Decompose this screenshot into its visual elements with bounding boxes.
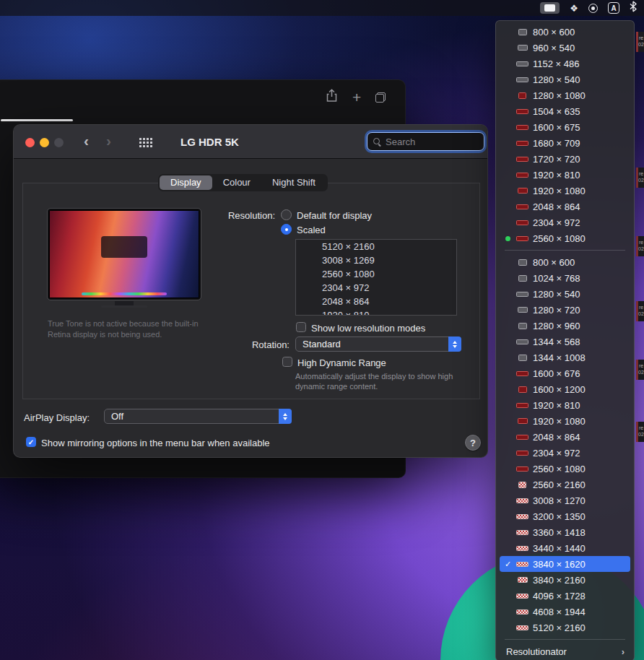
mirroring-checkbox[interactable] — [26, 437, 36, 447]
current-resolution-dot — [502, 236, 513, 241]
forward-button[interactable] — [106, 131, 111, 150]
radio-default-for-display[interactable] — [281, 209, 292, 220]
menu-item-label: 1680 × 709 — [533, 138, 580, 149]
menu-item-800×600[interactable]: 800 × 600 — [500, 254, 630, 270]
menu-item-2048×864[interactable]: 2048 × 864 — [500, 199, 630, 214]
menu-item-resolutionator[interactable]: Resolutionator — [500, 643, 630, 659]
help-button[interactable]: ? — [465, 435, 481, 451]
tab-colour[interactable]: Colour — [212, 175, 261, 190]
menu-item-3840×2160[interactable]: 3840 × 2160 — [500, 572, 630, 588]
menu-item-label: 2048 × 864 — [533, 201, 580, 212]
scaled-resolution-option[interactable]: 3008 × 1269 — [296, 253, 456, 267]
menu-item-1280×540[interactable]: 1280 × 540 — [500, 286, 630, 302]
menu-item-4608×1944[interactable]: 4608 × 1944 — [500, 604, 630, 620]
menu-item-3200×1350[interactable]: 3200 × 1350 — [500, 508, 630, 524]
menu-item-1920×810[interactable]: 1920 × 810 — [500, 397, 630, 413]
menu-item-1600×675[interactable]: 1600 × 675 — [500, 119, 630, 135]
menu-item-label: 1920 × 810 — [533, 400, 580, 411]
aspect-ratio-icon — [513, 451, 531, 456]
menu-item-4096×1728[interactable]: 4096 × 1728 — [500, 588, 630, 604]
menu-item-2304×972[interactable]: 2304 × 972 — [500, 445, 630, 461]
minimize-button[interactable] — [40, 138, 49, 147]
menu-item-800×600[interactable]: 800 × 600 — [500, 24, 630, 40]
radio-scaled-label[interactable]: Scaled — [297, 225, 326, 235]
input-source-icon[interactable]: A — [608, 2, 619, 14]
menu-item-1024×768[interactable]: 1024 × 768 — [500, 270, 630, 286]
menu-item-1720×720[interactable]: 1720 × 720 — [500, 151, 630, 167]
tab-bar: DisplayColourNight Shift — [158, 174, 328, 191]
menu-item-960×540[interactable]: 960 × 540 — [500, 40, 630, 56]
background-window-edge: re02 — [636, 422, 644, 442]
eye-icon[interactable] — [588, 4, 598, 13]
menu-item-label: 2560 × 2160 — [533, 479, 586, 490]
scaled-resolution-option[interactable]: 5120 × 2160 — [296, 240, 456, 253]
add-tab-icon[interactable] — [352, 90, 361, 105]
menu-item-label: 1600 × 1200 — [533, 384, 586, 395]
menu-item-1920×810[interactable]: 1920 × 810 — [500, 167, 630, 183]
menu-item-1680×709[interactable]: 1680 × 709 — [500, 135, 630, 151]
scaled-resolution-option[interactable]: 2048 × 864 — [296, 295, 456, 308]
menu-item-3008×1270[interactable]: 3008 × 1270 — [500, 492, 630, 508]
aspect-ratio-icon — [513, 466, 531, 472]
background-window-edge: re02 — [636, 301, 644, 321]
hdr-checkbox[interactable] — [282, 357, 292, 367]
menu-item-label: 1280 × 1080 — [533, 90, 586, 101]
menu-item-2560×2160[interactable]: 2560 × 2160 — [500, 477, 630, 492]
airplay-dropdown[interactable]: Off — [104, 409, 292, 424]
menu-item-3440×1440[interactable]: 3440 × 1440 — [500, 540, 630, 556]
menu-item-1920×1080[interactable]: 1920 × 1080 — [500, 183, 630, 199]
aspect-ratio-icon — [513, 29, 531, 35]
menu-item-label: 1920 × 1080 — [533, 186, 586, 196]
show-all-grid-icon[interactable] — [139, 137, 152, 147]
aspect-ratio-icon — [513, 482, 531, 488]
menu-item-1920×1080[interactable]: 1920 × 1080 — [500, 413, 630, 429]
menu-item-3840×1620[interactable]: ✓3840 × 1620 — [500, 556, 630, 572]
show-low-res-checkbox[interactable] — [296, 322, 306, 332]
aspect-ratio-icon — [513, 546, 531, 551]
tab-display[interactable]: Display — [160, 175, 212, 190]
close-button[interactable] — [25, 138, 35, 147]
menu-item-1152×486[interactable]: 1152 × 486 — [500, 56, 630, 71]
airplay-value: Off — [105, 411, 279, 422]
search-field[interactable]: Search — [367, 132, 484, 151]
menu-item-2304×972[interactable]: 2304 × 972 — [500, 214, 630, 230]
show-tabs-icon[interactable] — [375, 92, 386, 103]
menu-item-1504×635[interactable]: 1504 × 635 — [500, 103, 630, 119]
dropbox-icon[interactable]: ❖ — [570, 4, 578, 13]
tab-night-shift[interactable]: Night Shift — [261, 175, 326, 190]
aspect-ratio-icon — [513, 292, 531, 297]
menu-item-1280×540[interactable]: 1280 × 540 — [500, 71, 630, 87]
menu-item-1600×676[interactable]: 1600 × 676 — [500, 365, 630, 381]
menu-item-1280×720[interactable]: 1280 × 720 — [500, 302, 630, 318]
background-window-edge: re02 — [636, 236, 644, 256]
radio-scaled[interactable] — [281, 224, 292, 235]
scaled-resolution-option[interactable]: 2560 × 1080 — [296, 267, 456, 281]
menu-item-5120×2160[interactable]: 5120 × 2160 — [500, 620, 630, 635]
rotation-dropdown[interactable]: Standard — [295, 336, 461, 352]
menu-item-1280×960[interactable]: 1280 × 960 — [500, 318, 630, 334]
scaled-resolution-list[interactable]: 5120 × 21603008 × 12692560 × 10802304 × … — [295, 239, 457, 316]
menu-item-label: 4608 × 1944 — [533, 607, 586, 617]
aspect-ratio-icon — [513, 109, 531, 114]
scaled-resolution-option[interactable]: 2304 × 972 — [296, 281, 456, 295]
menu-item-label: 2560 × 1080 — [533, 464, 586, 474]
back-button[interactable] — [84, 131, 89, 150]
menu-item-label: 2304 × 972 — [533, 448, 580, 459]
menu-item-1344×1008[interactable]: 1344 × 1008 — [500, 349, 630, 365]
scaled-resolution-option[interactable]: 1920 × 810 — [296, 308, 456, 316]
resolutionator-menubar-icon[interactable] — [540, 2, 560, 14]
radio-default-label[interactable]: Default for display — [297, 210, 372, 221]
menu-item-2560×1080[interactable]: 2560 × 1080 — [500, 461, 630, 477]
aspect-ratio-icon — [513, 307, 531, 313]
menu-item-2048×864[interactable]: 2048 × 864 — [500, 429, 630, 445]
display-preview — [48, 209, 201, 300]
bluetooth-icon[interactable] — [630, 1, 637, 15]
menu-item-1280×1080[interactable]: 1280 × 1080 — [500, 87, 630, 103]
menu-item-2560×1080[interactable]: 2560 × 1080 — [500, 230, 630, 246]
share-icon[interactable] — [326, 89, 338, 105]
aspect-ratio-icon — [513, 45, 531, 51]
display-icon — [544, 4, 555, 12]
menu-item-3360×1418[interactable]: 3360 × 1418 — [500, 524, 630, 540]
menu-item-1344×568[interactable]: 1344 × 568 — [500, 334, 630, 349]
menu-item-1600×1200[interactable]: 1600 × 1200 — [500, 381, 630, 397]
